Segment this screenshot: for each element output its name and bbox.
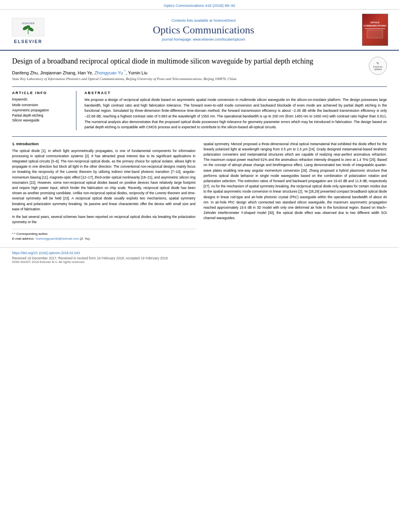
- corresponding-author-note: * * Corresponding author.: [12, 232, 195, 236]
- article-title-section: Design of a broadband reciprocal optical…: [12, 57, 387, 83]
- article-info-panel: ARTICLE INFO Keywords: Mode conversion A…: [12, 91, 76, 130]
- article-info-abstract: ARTICLE INFO Keywords: Mode conversion A…: [12, 86, 387, 130]
- author-yumin: , Yumin Liu: [125, 70, 147, 75]
- main-content: 1. Introduction The optical diode [1], i…: [12, 136, 387, 241]
- footer-doi[interactable]: https://doi.org/10.1016/j.optcom.2018.02…: [12, 251, 387, 255]
- abstract-section: ABSTRACT We propose a design of reciproc…: [84, 91, 387, 130]
- homepage-url[interactable]: www.elsevier.com/locate/optcom: [193, 37, 245, 41]
- article-title-text: Design of a broadband reciprocal optical…: [12, 57, 365, 83]
- footnote-email-label: E-mail address:: [12, 237, 35, 240]
- intro-paragraph-2: In the last several years, several schem…: [12, 214, 195, 225]
- keywords-list: Mode conversion Asymmetric propagation P…: [12, 103, 70, 123]
- elsevier-logo: ELSEVIER: [10, 16, 46, 38]
- footnote-email-line: E-mail address: Yuzhongyuan30@hotmail.co…: [12, 236, 195, 241]
- header-left: ELSEVIER ELSEVIER: [8, 16, 48, 44]
- svg-point-5: [26, 25, 30, 28]
- col-left: 1. Introduction The optical diode [1], i…: [12, 142, 195, 241]
- intro-paragraph-1: The optical diode [1], in which light as…: [12, 148, 195, 212]
- author-zhongyuan[interactable]: Zhongyuan Yu *: [95, 70, 125, 75]
- article-title: Design of a broadband reciprocal optical…: [12, 57, 365, 66]
- author-danfeng: Danfeng Zhu, Jinqiannan Zhang, Han Ye,: [12, 70, 95, 75]
- journal-homepage: journal homepage: www.elsevier.com/locat…: [52, 37, 355, 41]
- svg-text:ELSEVIER: ELSEVIER: [21, 22, 35, 25]
- affiliation: State Key Laboratory of Information Phot…: [12, 77, 365, 81]
- footnote-corresponding: * Corresponding author.: [14, 232, 48, 236]
- header-right: OPTICSCOMMUNICATIONS: [359, 14, 391, 46]
- footnote-area: * * Corresponding author. E-mail address…: [12, 229, 195, 241]
- right-paragraph-1: spatial symmetry. Menzel proposed a thre…: [204, 142, 387, 221]
- journal-cover: OPTICSCOMMUNICATIONS: [362, 14, 388, 46]
- elsevier-wordmark: ELSEVIER: [14, 39, 42, 44]
- elsevier-logo-svg: ELSEVIER: [10, 16, 46, 38]
- col-right: spatial symmetry. Menzel proposed a thre…: [204, 142, 387, 241]
- footer-received: Received 19 December 2017; Received in r…: [12, 256, 387, 260]
- abstract-text: We propose a design of reciprocal optica…: [84, 97, 387, 130]
- keyword-2: Asymmetric propagation: [12, 108, 70, 113]
- footer-section: https://doi.org/10.1016/j.optcom.2018.02…: [0, 247, 399, 267]
- contents-line: Contents lists available at ScienceDirec…: [52, 18, 355, 23]
- top-bar: Optics Communications 418 (2018) 88–92: [0, 0, 399, 10]
- keywords-label: Keywords:: [12, 97, 70, 101]
- article-info-title: ARTICLE INFO: [12, 91, 70, 95]
- contents-text: Contents lists available at: [171, 18, 212, 23]
- homepage-label: journal homepage:: [162, 37, 192, 41]
- section-title-intro: 1. Introduction: [12, 142, 195, 146]
- check-updates-badge: ↻ Check for updates: [369, 57, 387, 75]
- footnote-email-address[interactable]: Yuzhongyuan30@hotmail.com: [35, 237, 79, 240]
- authors: Danfeng Zhu, Jinqiannan Zhang, Han Ye, Z…: [12, 69, 365, 75]
- page-wrapper: Optics Communications 418 (2018) 88–92 E…: [0, 0, 399, 532]
- journal-title-main: Optics Communications: [52, 24, 355, 36]
- journal-ref: Optics Communications 418 (2018) 88–92: [164, 3, 235, 8]
- header-center: Contents lists available at ScienceDirec…: [52, 18, 355, 41]
- journal-cover-title: OPTICSCOMMUNICATIONS: [364, 21, 386, 28]
- article-area: Design of a broadband reciprocal optical…: [0, 51, 399, 247]
- footer-copyright: 0030-4018/© 2018 Elsevier B.V. All right…: [12, 260, 387, 264]
- footnote-star: *: [12, 232, 13, 236]
- sciencedirect-link[interactable]: ScienceDirect: [214, 18, 236, 23]
- check-updates-text: Check for updates: [370, 66, 385, 70]
- abstract-title: ABSTRACT: [84, 91, 387, 95]
- header-section: ELSEVIER ELSEVIER Contents lists availab…: [0, 10, 399, 51]
- keyword-4: Silicon waveguide: [12, 118, 70, 123]
- doi-link[interactable]: https://doi.org/10.1016/j.optcom.2018.02…: [12, 251, 80, 255]
- footnote-email-suffix: (Z. Yu).: [80, 237, 90, 240]
- keyword-3: Partial depth etching: [12, 113, 70, 118]
- keyword-1: Mode conversion: [12, 103, 70, 108]
